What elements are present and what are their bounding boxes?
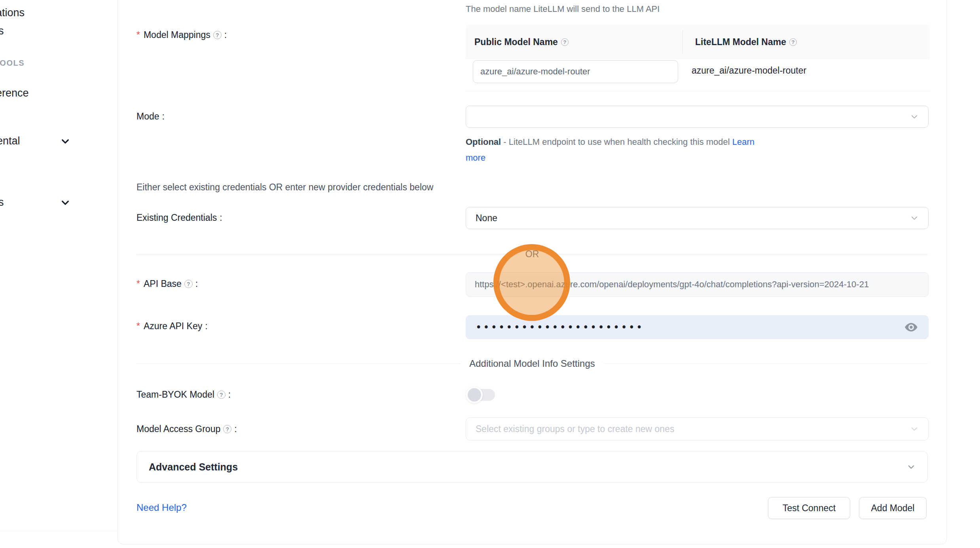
test-connect-button[interactable]: Test Connect <box>768 497 850 519</box>
chevron-down-icon <box>910 112 919 121</box>
mode-help-text: Optional - LiteLLM endpoint to use when … <box>466 137 754 147</box>
chevron-down-icon <box>910 214 919 222</box>
mode-help-text-line2: more <box>466 153 485 163</box>
model-mappings-label-text: Model Mappings <box>144 30 210 40</box>
model-access-group-select[interactable]: Select existing groups or type to create… <box>466 417 929 440</box>
model-access-group-label: Model Access Group ? : <box>136 424 237 434</box>
toggle-knob <box>466 387 483 403</box>
public-model-name-input[interactable] <box>473 60 678 83</box>
sidebar-divider <box>0 531 117 531</box>
help-icon[interactable]: ? <box>561 38 569 46</box>
additional-settings-divider: Additional Model Info Settings <box>136 358 928 369</box>
mode-label: Mode : <box>136 111 165 122</box>
sidebar-item-settings[interactable]: s <box>0 196 4 209</box>
azure-api-key-field[interactable] <box>466 315 929 339</box>
model-access-group-placeholder: Select existing groups or type to create… <box>476 424 674 434</box>
chevron-down-icon[interactable] <box>60 136 70 146</box>
sidebar-item-organizations[interactable]: ations <box>0 7 25 19</box>
api-base-input[interactable] <box>475 279 919 290</box>
credentials-instruction: Either select existing credentials OR en… <box>136 182 433 193</box>
sidebar-item-reference[interactable]: erence <box>0 87 29 99</box>
required-asterisk: * <box>136 30 140 40</box>
help-icon[interactable]: ? <box>789 38 797 46</box>
or-text: OR <box>519 249 546 260</box>
chevron-down-icon[interactable] <box>60 197 70 208</box>
help-icon[interactable]: ? <box>213 31 222 39</box>
team-byok-label: Team-BYOK Model ? : <box>136 389 231 400</box>
table-row-divider <box>466 91 930 91</box>
api-base-label: * API Base ? : <box>136 279 198 289</box>
required-asterisk: * <box>136 321 140 332</box>
additional-settings-title: Additional Model Info Settings <box>461 358 604 369</box>
add-model-page: ations s TOOLS erence ental s The model … <box>0 0 980 548</box>
model-mappings-label: * Model Mappings ? : <box>136 30 227 40</box>
help-icon[interactable]: ? <box>223 425 231 433</box>
model-mappings-table-header: Public Model Name ? LiteLLM Model Name ? <box>466 25 930 59</box>
mode-select[interactable] <box>466 106 929 128</box>
azure-api-key-label: * Azure API Key : <box>136 321 208 332</box>
chevron-down-icon <box>907 463 916 471</box>
sidebar-item-models[interactable]: s <box>0 25 4 37</box>
chevron-down-icon <box>910 425 919 433</box>
add-model-button[interactable]: Add Model <box>859 497 927 519</box>
public-model-name-header: Public Model Name ? <box>466 37 682 47</box>
existing-credentials-select[interactable]: None <box>466 207 929 229</box>
team-byok-toggle[interactable] <box>468 389 495 401</box>
required-asterisk: * <box>136 279 140 289</box>
help-icon[interactable]: ? <box>217 391 226 399</box>
litellm-model-name-value: azure_ai/azure-model-router <box>692 65 806 76</box>
advanced-settings-title: Advanced Settings <box>149 461 238 473</box>
table-column-divider <box>682 30 683 53</box>
azure-api-key-input[interactable] <box>476 321 904 333</box>
litellm-model-name-header: LiteLLM Model Name ? <box>682 37 797 47</box>
sidebar-section-tools: TOOLS <box>0 59 25 68</box>
existing-credentials-label: Existing Credentials : <box>136 212 222 223</box>
learn-more-link[interactable]: more <box>466 153 485 163</box>
api-base-field[interactable] <box>466 272 929 297</box>
help-icon[interactable]: ? <box>184 280 193 288</box>
model-name-hint: The model name LiteLLM will send to the … <box>466 4 660 14</box>
advanced-settings-panel[interactable]: Advanced Settings <box>136 451 928 483</box>
existing-credentials-value: None <box>476 213 497 224</box>
eye-icon[interactable] <box>904 320 919 335</box>
need-help-link[interactable]: Need Help? <box>136 502 187 513</box>
or-divider: OR <box>136 249 928 260</box>
learn-more-link[interactable]: Learn <box>732 137 754 147</box>
sidebar-item-experimental[interactable]: ental <box>0 135 20 147</box>
